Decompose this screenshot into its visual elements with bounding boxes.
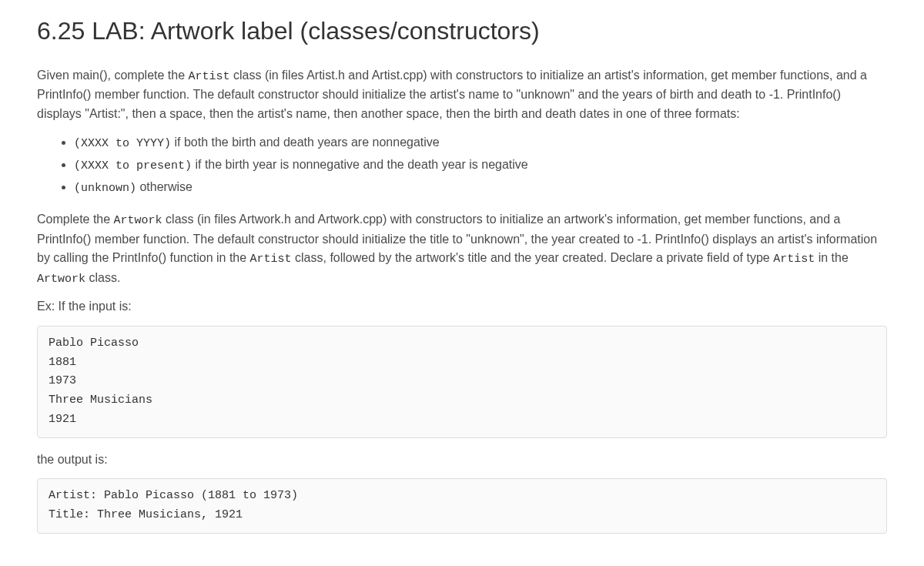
list-item: (XXXX to present) if the birth year is n…: [74, 155, 887, 176]
text-span: class, followed by the artwork's title a…: [292, 251, 774, 264]
example-output-label: the output is:: [37, 450, 887, 470]
code-format-present: (XXXX to present): [74, 159, 192, 172]
code-artist: Artist: [250, 253, 292, 266]
code-format-both: (XXXX to YYYY): [74, 137, 171, 150]
page-title: 6.25 LAB: Artwork label (classes/constru…: [37, 15, 887, 48]
format-list: (XXXX to YYYY) if both the birth and dea…: [37, 132, 887, 198]
example-output-block: Artist: Pablo Picasso (1881 to 1973) Tit…: [37, 478, 887, 534]
intro-paragraph-1: Given main(), complete the Artist class …: [37, 66, 887, 124]
document-container: 6.25 LAB: Artwork label (classes/constru…: [0, 0, 924, 561]
list-item: (XXXX to YYYY) if both the birth and dea…: [74, 132, 887, 153]
code-artwork: Artwork: [37, 273, 85, 286]
example-input-label: Ex: If the input is:: [37, 297, 887, 316]
code-format-unknown: (unknown): [74, 182, 136, 195]
code-artist: Artist: [189, 70, 230, 83]
code-artist: Artist: [773, 253, 815, 266]
text-span: if both the birth and death years are no…: [171, 136, 440, 149]
text-span: class.: [85, 271, 120, 284]
text-span: Complete the: [37, 213, 114, 226]
intro-paragraph-2: Complete the Artwork class (in files Art…: [37, 210, 887, 288]
list-item: (unknown) otherwise: [74, 177, 887, 198]
example-input-block: Pablo Picasso 1881 1973 Three Musicians …: [37, 326, 887, 438]
text-span: if the birth year is nonnegative and the…: [192, 158, 528, 171]
text-span: otherwise: [136, 180, 192, 193]
text-span: in the: [815, 251, 849, 264]
text-span: Given main(), complete the: [37, 69, 189, 82]
code-artwork: Artwork: [114, 214, 162, 227]
